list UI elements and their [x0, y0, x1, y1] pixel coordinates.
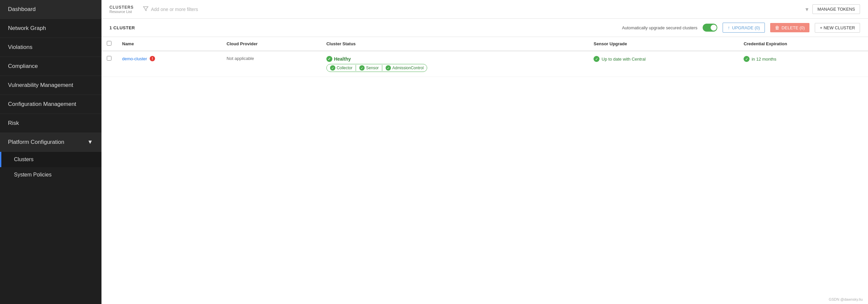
manage-tokens-button[interactable]: MANAGE TOKENS [812, 4, 860, 14]
filter-icon [143, 6, 148, 12]
col-cloud-provider: Cloud Provider [221, 37, 321, 51]
collector-check-icon: ✓ [330, 65, 335, 71]
delete-button[interactable]: 🗑 DELETE (0) [770, 23, 809, 32]
upgrade-label: UPGRADE (0) [732, 25, 760, 30]
filter-dropdown-icon[interactable]: ▾ [805, 6, 808, 13]
footer-credit: GSDN @dawnsky.liu [829, 297, 863, 301]
sensor-upgrade-value: ✓ Up to date with Central [593, 56, 733, 62]
admission-control-badge: ✓ AdmissionControl [382, 64, 427, 72]
col-cluster-status: Cluster Status [321, 37, 588, 51]
header-title-block: CLUSTERS Resource List [110, 5, 134, 13]
sidebar: Dashboard Network Graph Violations Compl… [0, 0, 101, 304]
delete-label: DELETE (0) [781, 25, 805, 30]
filter-placeholder[interactable]: Add one or more filters [151, 7, 198, 12]
upgrade-icon: ↑ [727, 25, 730, 30]
main-content: CLUSTERS Resource List Add one or more f… [101, 0, 868, 304]
credential-expiration-cell: ✓ in 12 months [738, 51, 868, 77]
clusters-table-wrapper: Name Cloud Provider Cluster Status Senso… [101, 37, 868, 304]
svg-marker-0 [144, 7, 148, 11]
filter-bar: Add one or more filters [143, 6, 802, 12]
row-checkbox[interactable] [107, 56, 112, 61]
status-healthy-label: Healthy [334, 56, 351, 62]
upgrade-button[interactable]: ↑ UPGRADE (0) [723, 23, 765, 33]
sidebar-sub-item-label: Clusters [14, 157, 34, 163]
sidebar-sub-item-clusters[interactable]: Clusters [0, 152, 101, 167]
healthy-check-icon: ✓ [327, 56, 332, 62]
sidebar-item-label: Violations [8, 44, 32, 51]
clusters-table: Name Cloud Provider Cluster Status Senso… [101, 37, 868, 77]
new-cluster-label: + NEW CLUSTER [820, 25, 855, 30]
breadcrumb: Resource List [110, 10, 134, 13]
select-all-header [101, 37, 117, 51]
sidebar-sub-item-system-policies[interactable]: System Policies [0, 167, 101, 183]
sidebar-item-compliance[interactable]: Compliance [0, 57, 101, 76]
upgrade-check-icon: ✓ [593, 56, 599, 62]
cluster-count: 1 CLUSTER [110, 25, 617, 30]
table-row: demo-cluster ! Not applicable ✓ Healthy [101, 51, 868, 77]
credential-check-icon: ✓ [744, 56, 750, 62]
alert-dot: ! [150, 56, 155, 61]
cloud-provider-cell: Not applicable [221, 51, 321, 77]
collector-label: Collector [337, 65, 352, 70]
col-sensor-upgrade: Sensor Upgrade [588, 37, 738, 51]
credential-expiration-text: in 12 months [751, 57, 776, 62]
status-healthy: ✓ Healthy [327, 56, 351, 62]
cluster-name[interactable]: demo-cluster [122, 56, 147, 61]
sidebar-item-label: Platform Configuration [8, 139, 64, 145]
sensor-upgrade-cell: ✓ Up to date with Central [588, 51, 738, 77]
row-checkbox-cell [101, 51, 117, 77]
collector-badge: ✓ Collector [327, 64, 355, 72]
col-name: Name [117, 37, 221, 51]
delete-icon: 🗑 [775, 25, 779, 30]
auto-upgrade-label: Automatically upgrade secured clusters [622, 25, 697, 30]
col-credential-expiration: Credential Expiration [738, 37, 868, 51]
section-label: CLUSTERS [110, 5, 134, 10]
sensor-badge: ✓ Sensor [356, 64, 382, 72]
cluster-name-cell: demo-cluster ! [117, 51, 221, 77]
sidebar-item-risk[interactable]: Risk [0, 114, 101, 133]
sidebar-item-label: Risk [8, 120, 19, 127]
sidebar-item-platform-configuration[interactable]: Platform Configuration ▼ [0, 133, 101, 152]
header-bar: CLUSTERS Resource List Add one or more f… [101, 0, 868, 19]
sidebar-item-configuration-management[interactable]: Configuration Management [0, 95, 101, 114]
sidebar-sub-item-label: System Policies [14, 172, 52, 178]
select-all-checkbox[interactable] [107, 41, 112, 46]
sidebar-item-network-graph[interactable]: Network Graph [0, 19, 101, 38]
new-cluster-button[interactable]: + NEW CLUSTER [815, 23, 860, 33]
sidebar-item-violations[interactable]: Violations [0, 38, 101, 57]
upgrade-status-text: Up to date with Central [601, 57, 645, 62]
chevron-down-icon: ▼ [87, 139, 93, 145]
sidebar-item-label: Vulnerability Management [8, 82, 73, 89]
cluster-status-cell: ✓ Healthy ✓ Collector ✓ Sensor [321, 51, 588, 77]
toolbar: 1 CLUSTER Automatically upgrade secured … [101, 19, 868, 37]
admission-check-icon: ✓ [385, 65, 391, 71]
sidebar-item-label: Compliance [8, 63, 38, 70]
sub-status-badges: ✓ Collector ✓ Sensor ✓ Admissi [327, 64, 427, 72]
sidebar-item-label: Network Graph [8, 25, 46, 32]
cloud-provider-value: Not applicable [226, 56, 254, 61]
auto-upgrade-toggle[interactable] [703, 24, 717, 32]
admission-control-label: AdmissionControl [392, 65, 424, 70]
sensor-check-icon: ✓ [359, 65, 365, 71]
credential-value: ✓ in 12 months [744, 56, 863, 62]
sidebar-item-label: Configuration Management [8, 101, 76, 108]
sidebar-item-vulnerability-management[interactable]: Vulnerability Management [0, 76, 101, 95]
sidebar-item-label: Dashboard [8, 6, 36, 13]
sensor-label: Sensor [366, 65, 379, 70]
sidebar-item-dashboard[interactable]: Dashboard [0, 0, 101, 19]
